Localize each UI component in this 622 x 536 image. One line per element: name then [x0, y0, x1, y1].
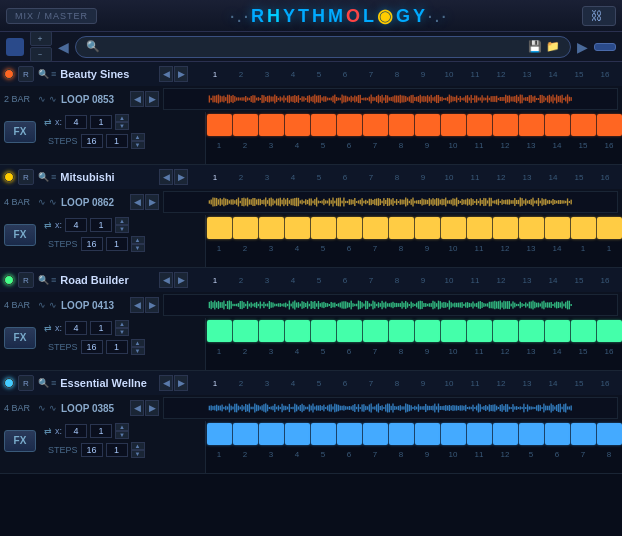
- step-button-6[interactable]: [337, 114, 362, 136]
- step-button-4[interactable]: [285, 320, 310, 342]
- track-led-0[interactable]: [4, 69, 14, 79]
- step-button-12[interactable]: [493, 217, 518, 239]
- num-input-2[interactable]: [90, 321, 112, 335]
- step-button-5[interactable]: [311, 320, 336, 342]
- step-button-6[interactable]: [337, 217, 362, 239]
- eq-icon-2[interactable]: ≡: [51, 275, 56, 285]
- track-prev-btn-1[interactable]: ◀: [159, 169, 173, 185]
- step-button-10[interactable]: [441, 217, 466, 239]
- step-button-8[interactable]: [389, 114, 414, 136]
- step-button-3[interactable]: [259, 114, 284, 136]
- num-input-0[interactable]: [90, 115, 112, 129]
- track-next-btn-2[interactable]: ▶: [174, 272, 188, 288]
- steps-input-0[interactable]: [81, 134, 103, 148]
- step-button-15[interactable]: [571, 114, 596, 136]
- next-instrument-button[interactable]: ▶: [577, 39, 588, 55]
- wave-icon-2[interactable]: ∿: [49, 300, 57, 310]
- steps-num2-input-2[interactable]: [106, 340, 128, 354]
- track-led-1[interactable]: [4, 172, 14, 182]
- step-button-3[interactable]: [259, 320, 284, 342]
- step-button-4[interactable]: [285, 114, 310, 136]
- step-button-16[interactable]: [597, 114, 622, 136]
- track-prev-btn-2[interactable]: ◀: [159, 272, 173, 288]
- num-input-3[interactable]: [90, 424, 112, 438]
- track-next-btn-1[interactable]: ▶: [174, 169, 188, 185]
- step-button-15[interactable]: [571, 423, 596, 445]
- step-button-2[interactable]: [233, 423, 258, 445]
- step-button-10[interactable]: [441, 320, 466, 342]
- loop-next-btn-0[interactable]: ▶: [145, 91, 159, 107]
- step-button-3[interactable]: [259, 423, 284, 445]
- x-value-input-2[interactable]: [65, 321, 87, 335]
- track-next-btn-0[interactable]: ▶: [174, 66, 188, 82]
- track-led-3[interactable]: [4, 378, 14, 388]
- fx-button-0[interactable]: FX: [4, 121, 36, 143]
- step-up-btn-1[interactable]: ▲: [115, 217, 129, 225]
- step-button-5[interactable]: [311, 217, 336, 239]
- step-button-10[interactable]: [441, 114, 466, 136]
- loop-next-btn-3[interactable]: ▶: [145, 400, 159, 416]
- loop-prev-btn-0[interactable]: ◀: [130, 91, 144, 107]
- step-button-1[interactable]: [207, 114, 232, 136]
- step-down-btn-2[interactable]: ▼: [115, 328, 129, 336]
- loop-next-btn-1[interactable]: ▶: [145, 194, 159, 210]
- steps-down-btn-2[interactable]: ▼: [131, 347, 145, 355]
- step-up-btn-2[interactable]: ▲: [115, 320, 129, 328]
- steps-num2-input-3[interactable]: [106, 443, 128, 457]
- wave-icon-1[interactable]: ∿: [49, 197, 57, 207]
- step-button-7[interactable]: [363, 217, 388, 239]
- step-button-12[interactable]: [493, 423, 518, 445]
- step-button-12[interactable]: [493, 320, 518, 342]
- step-button-13[interactable]: [519, 320, 544, 342]
- x-value-input-3[interactable]: [65, 424, 87, 438]
- step-button-14[interactable]: [545, 423, 570, 445]
- step-button-11[interactable]: [467, 320, 492, 342]
- eq-icon-3[interactable]: ≡: [51, 378, 56, 388]
- copy-button[interactable]: ＋: [30, 31, 52, 46]
- step-button-1[interactable]: [207, 423, 232, 445]
- num-input-1[interactable]: [90, 218, 112, 232]
- step-down-btn-1[interactable]: ▼: [115, 225, 129, 233]
- loop-prev-btn-2[interactable]: ◀: [130, 297, 144, 313]
- steps-up-btn-0[interactable]: ▲: [131, 133, 145, 141]
- step-button-4[interactable]: [285, 217, 310, 239]
- step-button-2[interactable]: [233, 114, 258, 136]
- step-button-13[interactable]: [519, 114, 544, 136]
- steps-input-1[interactable]: [81, 237, 103, 251]
- search-small-icon-0[interactable]: 🔍: [38, 69, 49, 79]
- step-button-6[interactable]: [337, 423, 362, 445]
- step-button-9[interactable]: [415, 320, 440, 342]
- steps-down-btn-0[interactable]: ▼: [131, 141, 145, 149]
- step-button-10[interactable]: [441, 423, 466, 445]
- step-button-1[interactable]: [207, 217, 232, 239]
- save-icon-button[interactable]: 💾: [528, 40, 542, 53]
- step-button-9[interactable]: [415, 114, 440, 136]
- loop-prev-btn-1[interactable]: ◀: [130, 194, 144, 210]
- step-button-2[interactable]: [233, 320, 258, 342]
- step-button-14[interactable]: [545, 217, 570, 239]
- steps-input-3[interactable]: [81, 443, 103, 457]
- x-value-input-1[interactable]: [65, 218, 87, 232]
- paste-button[interactable]: －: [30, 47, 52, 62]
- step-button-13[interactable]: [519, 423, 544, 445]
- steps-up-btn-1[interactable]: ▲: [131, 236, 145, 244]
- step-down-btn-0[interactable]: ▼: [115, 122, 129, 130]
- steps-num2-input-1[interactable]: [106, 237, 128, 251]
- steps-down-btn-3[interactable]: ▼: [131, 450, 145, 458]
- step-button-11[interactable]: [467, 217, 492, 239]
- loop-icon-3[interactable]: ∿: [38, 403, 46, 413]
- track-prev-btn-3[interactable]: ◀: [159, 375, 173, 391]
- step-button-14[interactable]: [545, 320, 570, 342]
- step-button-11[interactable]: [467, 423, 492, 445]
- track-r-button-2[interactable]: R: [18, 272, 34, 288]
- step-button-5[interactable]: [311, 423, 336, 445]
- step-button-9[interactable]: [415, 217, 440, 239]
- loop-prev-btn-3[interactable]: ◀: [130, 400, 144, 416]
- step-button-7[interactable]: [363, 114, 388, 136]
- step-button-9[interactable]: [415, 423, 440, 445]
- step-button-1[interactable]: [207, 320, 232, 342]
- step-button-5[interactable]: [311, 114, 336, 136]
- step-up-btn-0[interactable]: ▲: [115, 114, 129, 122]
- loop-icon-2[interactable]: ∿: [38, 300, 46, 310]
- step-button-16[interactable]: [597, 423, 622, 445]
